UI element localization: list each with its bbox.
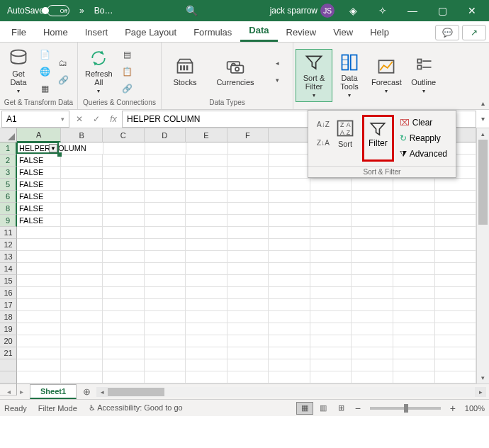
cell[interactable] <box>269 323 310 335</box>
cell[interactable] <box>227 275 269 287</box>
qat-overflow[interactable]: » <box>74 6 90 16</box>
cell[interactable] <box>227 191 269 203</box>
cell[interactable] <box>227 167 269 179</box>
recent-sources-icon[interactable]: 🗂 <box>55 55 71 71</box>
row-header[interactable] <box>0 383 17 396</box>
cell[interactable] <box>61 311 103 323</box>
row-header[interactable]: 1 <box>0 142 17 155</box>
cell[interactable] <box>145 287 186 299</box>
cell[interactable] <box>310 299 352 311</box>
cell[interactable] <box>310 335 352 347</box>
cell[interactable] <box>103 311 145 323</box>
cell[interactable] <box>61 371 103 383</box>
row-header[interactable]: 17 <box>0 299 17 311</box>
cell[interactable] <box>310 323 352 335</box>
cell[interactable] <box>228 142 269 155</box>
cell[interactable] <box>17 335 61 347</box>
cell[interactable] <box>145 311 186 323</box>
add-sheet-button[interactable]: ⊕ <box>79 385 94 399</box>
cell[interactable] <box>269 287 310 299</box>
cell[interactable] <box>61 191 103 203</box>
cell[interactable] <box>227 179 269 191</box>
row-header[interactable]: 12 <box>0 239 17 251</box>
row-header[interactable]: 6 <box>0 191 17 203</box>
cell[interactable] <box>186 215 227 227</box>
cell[interactable] <box>310 227 352 239</box>
tab-page-layout[interactable]: Page Layout <box>116 23 185 42</box>
row-header[interactable] <box>0 371 17 383</box>
cell[interactable] <box>435 359 476 371</box>
cell[interactable] <box>352 251 393 263</box>
cell[interactable] <box>103 215 145 227</box>
cell[interactable]: FALSE <box>17 167 61 179</box>
cell[interactable] <box>393 335 435 347</box>
cell[interactable] <box>17 311 61 323</box>
cell[interactable] <box>186 251 227 263</box>
cell[interactable] <box>103 371 145 383</box>
cell[interactable] <box>103 239 145 251</box>
cell[interactable] <box>227 203 269 215</box>
tab-formulas[interactable]: Formulas <box>185 23 240 42</box>
cell[interactable] <box>352 203 393 215</box>
cell[interactable] <box>145 323 186 335</box>
horizontal-scrollbar[interactable]: ◂ ▸ <box>96 387 486 397</box>
cell[interactable] <box>393 227 435 239</box>
cell[interactable] <box>435 323 476 335</box>
cell[interactable] <box>186 335 227 347</box>
cell[interactable] <box>352 263 393 275</box>
cell[interactable] <box>186 263 227 275</box>
cell[interactable] <box>435 311 476 323</box>
cell[interactable] <box>61 227 103 239</box>
clear-filter-button[interactable]: ⌧Clear <box>397 116 450 129</box>
cell[interactable] <box>186 359 227 371</box>
cell[interactable] <box>269 251 310 263</box>
cell[interactable] <box>17 287 61 299</box>
cell[interactable] <box>310 179 352 191</box>
autosave-toggle[interactable]: AutoSave Off <box>3 5 74 16</box>
cell[interactable] <box>17 227 61 239</box>
tab-data[interactable]: Data <box>240 21 277 42</box>
cell[interactable] <box>61 323 103 335</box>
get-data-button[interactable]: Get Data ▾ <box>3 45 34 97</box>
cell[interactable] <box>393 263 435 275</box>
cell[interactable] <box>227 311 269 323</box>
cell[interactable] <box>103 347 145 359</box>
cell[interactable] <box>145 179 186 191</box>
diamond-icon[interactable]: ◈ <box>339 0 367 21</box>
cell[interactable] <box>145 215 186 227</box>
cell[interactable] <box>145 359 186 371</box>
currencies-button[interactable]: Currencies <box>212 54 258 89</box>
sort-asc-button[interactable]: A↓Z <box>315 116 331 132</box>
zoom-out-button[interactable]: − <box>352 403 364 414</box>
fill-handle[interactable] <box>57 152 62 157</box>
close-button[interactable]: ✕ <box>458 0 486 21</box>
cell[interactable] <box>103 359 145 371</box>
document-name[interactable]: Bo… <box>90 6 118 16</box>
cell[interactable] <box>61 251 103 263</box>
cell[interactable] <box>435 179 476 191</box>
cell[interactable] <box>227 359 269 371</box>
cell[interactable] <box>269 215 310 227</box>
advanced-filter-button[interactable]: ⧩Advanced <box>397 147 450 160</box>
search-icon[interactable]: 🔍 <box>180 5 203 16</box>
cell[interactable] <box>186 275 227 287</box>
cell[interactable] <box>145 155 186 167</box>
cell[interactable] <box>352 215 393 227</box>
cell[interactable] <box>186 287 227 299</box>
autosave-switch[interactable]: Off <box>47 5 69 16</box>
sheet-nav-next[interactable]: ▸ <box>16 386 27 398</box>
cell[interactable]: FALSE <box>17 179 61 191</box>
cell[interactable] <box>352 299 393 311</box>
properties-icon[interactable]: 📋 <box>120 64 135 79</box>
cell[interactable] <box>227 287 269 299</box>
cell[interactable] <box>61 155 103 167</box>
filter-dropdown-button[interactable]: ▼ <box>49 144 57 152</box>
account-button[interactable]: jack sparrow JS <box>266 4 339 18</box>
confirm-formula-button[interactable]: ✓ <box>88 111 105 128</box>
cell[interactable] <box>227 215 269 227</box>
tab-review[interactable]: Review <box>278 23 325 42</box>
cell[interactable] <box>435 203 476 215</box>
cell[interactable] <box>103 263 145 275</box>
cell[interactable] <box>393 251 435 263</box>
cell[interactable] <box>61 239 103 251</box>
